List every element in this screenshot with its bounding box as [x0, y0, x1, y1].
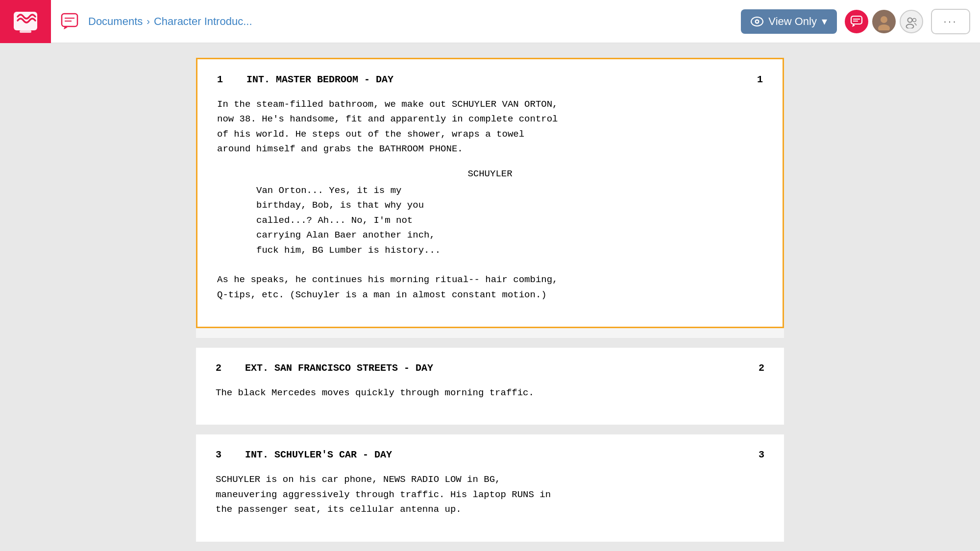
avatar-collaborator[interactable] — [872, 10, 896, 33]
svg-rect-2 — [62, 14, 77, 26]
scene-header-1: 1 INT. MASTER BEDROOM - DAY 1 — [217, 74, 763, 85]
scene-number-right-1: 1 — [743, 74, 763, 85]
scene-title-1: INT. MASTER BEDROOM - DAY — [237, 74, 743, 85]
svg-point-14 — [906, 24, 914, 28]
scene-separator-1 — [196, 338, 784, 348]
scene-block-2: 2 EXT. SAN FRANCISCO STREETS - DAY 2 The… — [196, 348, 784, 425]
scene-body-3: SCHUYLER is on his car phone, NEWS RADIO… — [216, 472, 764, 517]
action-text-3: SCHUYLER is on his car phone, NEWS RADIO… — [216, 472, 764, 517]
app-logo[interactable] — [0, 0, 51, 43]
svg-rect-1 — [20, 30, 31, 33]
scene-title-2: EXT. SAN FRANCISCO STREETS - DAY — [235, 362, 745, 374]
breadcrumb-arrow: › — [147, 16, 150, 27]
action-text-2: The black Mercedes moves quickly through… — [216, 385, 764, 400]
scene-number-right-2: 2 — [745, 362, 764, 374]
view-only-label: View Only — [768, 15, 817, 28]
breadcrumb: Documents › Character Introduc... — [88, 15, 723, 28]
more-options-button[interactable]: ··· — [931, 9, 970, 34]
main-content: 1 INT. MASTER BEDROOM - DAY 1 In the ste… — [0, 43, 980, 551]
dialogue-text-1: Van Orton... Yes, it is my birthday, Bob… — [217, 183, 763, 258]
view-only-button[interactable]: View Only ▾ — [741, 9, 837, 34]
action-text-1a: In the steam-filled bathroom, we make ou… — [217, 97, 763, 157]
dropdown-chevron: ▾ — [822, 15, 827, 28]
avatar-current-user[interactable] — [845, 10, 868, 33]
breadcrumb-documents[interactable]: Documents — [88, 15, 143, 28]
scene-body-1: In the steam-filled bathroom, we make ou… — [217, 97, 763, 302]
scene-number-left-1: 1 — [217, 74, 237, 85]
svg-point-11 — [881, 16, 887, 23]
script-container: 1 INT. MASTER BEDROOM - DAY 1 In the ste… — [196, 58, 784, 542]
scene-title-3: INT. SCHUYLER'S CAR - DAY — [235, 449, 745, 460]
header: Documents › Character Introduc... View O… — [0, 0, 980, 43]
scene-number-left-3: 3 — [216, 449, 235, 460]
scene-separator-2 — [196, 425, 784, 434]
comment-icon-button[interactable] — [59, 11, 80, 32]
svg-point-13 — [908, 18, 912, 22]
breadcrumb-current: Character Introduc... — [154, 15, 252, 28]
svg-rect-8 — [851, 16, 862, 24]
svg-point-7 — [756, 21, 758, 23]
svg-point-12 — [878, 24, 890, 30]
avatar-users-icon[interactable] — [900, 10, 923, 33]
scene-header-3: 3 INT. SCHUYLER'S CAR - DAY 3 — [216, 449, 764, 460]
scene-block-3: 3 INT. SCHUYLER'S CAR - DAY 3 SCHUYLER i… — [196, 434, 784, 541]
action-text-1b: As he speaks, he continues his morning r… — [217, 272, 763, 302]
scene-body-2: The black Mercedes moves quickly through… — [216, 385, 764, 400]
scene-number-left-2: 2 — [216, 362, 235, 374]
svg-point-15 — [913, 18, 916, 22]
header-right: ··· — [845, 9, 970, 34]
scene-block-1: 1 INT. MASTER BEDROOM - DAY 1 In the ste… — [196, 58, 784, 328]
character-name-1: SCHUYLER — [217, 167, 763, 181]
scene-number-right-3: 3 — [745, 449, 764, 460]
scene-header-2: 2 EXT. SAN FRANCISCO STREETS - DAY 2 — [216, 362, 764, 374]
